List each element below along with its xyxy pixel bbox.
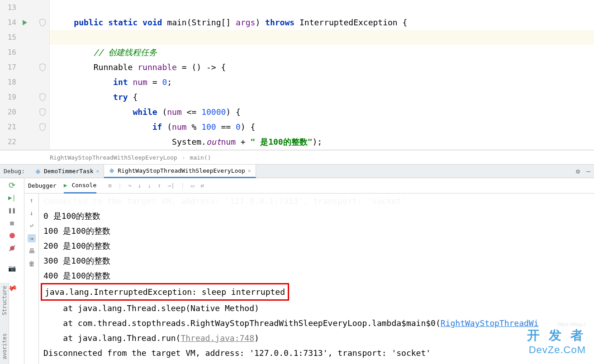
console-icon: ▶: [64, 182, 67, 189]
shield-icon: [39, 93, 46, 101]
console-rail: ↑ ↓ ⤶ ⇥ 🖶 🗑: [24, 194, 39, 364]
debug-label: Debug:: [4, 168, 25, 175]
line-number: 19: [0, 93, 21, 101]
shield-icon: [39, 19, 46, 27]
line-number: 16: [0, 48, 21, 57]
stop-icon[interactable]: ■: [8, 219, 16, 227]
bug-icon: [35, 168, 41, 175]
console-line: 400 是100的整数: [43, 268, 594, 283]
exception-highlight: java.lang.InterruptedException: sleep in…: [41, 283, 289, 301]
line-number: 22: [0, 137, 21, 146]
favorites-tab[interactable]: avorites: [1, 333, 8, 359]
view-breakpoints-icon[interactable]: [8, 232, 16, 240]
debugger-tab[interactable]: Debugger: [28, 178, 57, 194]
keyword: try: [113, 92, 128, 102]
console-line: Connected to the target VM, address: '12…: [43, 194, 594, 208]
stack-line: at java.lang.Thread.sleep(Native Method): [43, 301, 594, 316]
trace-icon[interactable]: ⇄: [201, 182, 204, 189]
pause-icon[interactable]: ❚❚: [8, 206, 16, 214]
source-link-gray[interactable]: Thread.java:748: [181, 333, 254, 343]
step-over-icon[interactable]: ↷: [128, 182, 132, 189]
variable: runnable: [138, 62, 177, 72]
stack-line: at java.lang.Thread.run(Thread.java:748): [43, 331, 594, 345]
debug-panel: ⟳ ▶| ❚❚ ■ 📷 📌 Debugger ▶Console ≡ | ↷ ↓ …: [0, 178, 594, 364]
method-name: main: [167, 18, 186, 27]
tab-label: RightWayStopThreadWithSleepEveryLoop: [118, 167, 245, 174]
keyword: public: [74, 18, 103, 27]
scroll-to-end-icon[interactable]: ⇥: [28, 234, 36, 242]
bug-icon: [109, 167, 115, 174]
keyword: if: [152, 122, 167, 132]
force-step-into-icon[interactable]: ⇣: [148, 182, 152, 189]
chevron-right-icon: ›: [182, 154, 185, 161]
line-number: 14: [0, 18, 21, 27]
gear-icon[interactable]: ⚙: [576, 167, 580, 175]
line-number: 21: [0, 123, 21, 131]
camera-icon[interactable]: 📷: [8, 264, 16, 272]
down-stack-icon[interactable]: ↓: [28, 209, 36, 217]
shield-icon: [39, 108, 46, 116]
run-gutter-icon[interactable]: [23, 20, 27, 25]
close-icon[interactable]: ✕: [248, 168, 251, 174]
line-number: 13: [0, 3, 21, 12]
console-line: 0 是100的整数: [43, 208, 594, 223]
up-stack-icon[interactable]: ↑: [28, 196, 36, 204]
evaluate-icon[interactable]: ▭: [191, 182, 195, 189]
left-tool-window-tabs: Structure avorites: [0, 283, 9, 364]
mute-breakpoints-icon[interactable]: [8, 244, 16, 252]
structure-tab[interactable]: Structure: [1, 286, 8, 315]
console-tab[interactable]: ▶Console: [64, 178, 97, 194]
static-field: out: [206, 137, 221, 147]
run-to-cursor-icon[interactable]: →|: [167, 182, 175, 189]
filter-icon[interactable]: ≡: [108, 182, 112, 189]
soft-wrap-icon[interactable]: ⤶: [28, 222, 36, 230]
debug-toolbar: Debugger ▶Console ≡ | ↷ ↓ ⇣ ↑ →| | ▭ ⇄: [24, 178, 594, 194]
line-number: 20: [0, 108, 21, 116]
print-icon[interactable]: 🖶: [28, 247, 36, 255]
close-icon[interactable]: ✕: [96, 168, 100, 174]
string-literal: " 是100的整数": [251, 137, 313, 147]
keyword: throws: [265, 18, 295, 27]
minimize-icon[interactable]: —: [586, 167, 590, 175]
console-line: 200 是100的整数: [43, 238, 594, 253]
breadcrumb-method[interactable]: main(): [190, 154, 211, 161]
comment: // 创建线程任务: [94, 47, 157, 57]
caret-line[interactable]: [50, 30, 594, 45]
keyword: int: [113, 77, 133, 87]
rerun-debug-icon[interactable]: ⟳: [8, 181, 16, 189]
console-line: Disconnected from the target VM, address…: [43, 345, 594, 360]
breadcrumb-class[interactable]: RightWayStopThreadWithSleepEveryLoop: [50, 154, 177, 161]
tab-label: DemoTimmerTask: [44, 168, 94, 175]
console-line: 100 是100的整数: [43, 223, 594, 238]
run-config-tab[interactable]: DemoTimmerTask ✕: [30, 165, 104, 178]
keyword: void: [143, 18, 162, 27]
clear-icon[interactable]: 🗑: [28, 260, 36, 268]
step-out-icon[interactable]: ↑: [157, 182, 161, 189]
resume-icon[interactable]: ▶|: [8, 194, 16, 202]
keyword: while: [133, 107, 162, 117]
variable: num: [133, 77, 147, 87]
source-link[interactable]: RightWayStopThreadWi: [441, 318, 539, 328]
keyword: static: [108, 18, 138, 27]
shield-icon: [39, 63, 46, 71]
debug-run-tabs: Debug: DemoTimmerTask ✕ RightWayStopThre…: [0, 165, 594, 178]
stack-line: at com.thread.stopthreads.RightWayStopTh…: [43, 316, 594, 331]
line-number: 17: [0, 63, 21, 71]
param: args: [236, 18, 255, 27]
console-output[interactable]: Connected to the target VM, address: '12…: [39, 194, 594, 364]
breadcrumb[interactable]: RightWayStopThreadWithSleepEveryLoop › m…: [0, 150, 594, 165]
shield-icon: [39, 123, 46, 131]
editor-gutter: 13 14 15 16 17 18 19 20 21 22: [0, 0, 50, 150]
step-into-icon[interactable]: ↓: [138, 182, 142, 189]
watermark: https://blog.c 开 发 者 DevZe.CoM: [527, 321, 586, 356]
code-editor: 13 14 15 16 17 18 19 20 21 22 public sta…: [0, 0, 594, 150]
run-config-tab-active[interactable]: RightWayStopThreadWithSleepEveryLoop ✕: [104, 165, 256, 178]
line-number: 15: [0, 33, 21, 42]
code-pane[interactable]: public static void main(String[] args) t…: [50, 0, 594, 150]
console-line: 300 是100的整数: [43, 253, 594, 268]
line-number: 18: [0, 78, 21, 86]
